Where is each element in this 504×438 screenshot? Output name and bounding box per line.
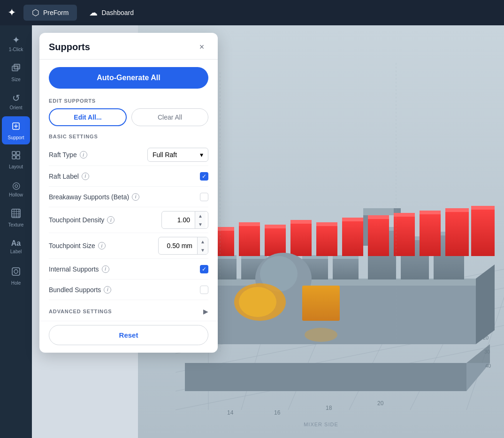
raft-label-checkbox[interactable]: ✓ (200, 172, 208, 181)
svg-rect-70 (239, 222, 260, 226)
touchpoint-density-up[interactable]: ▲ (195, 211, 206, 220)
svg-rect-80 (368, 215, 389, 219)
raft-label-label: Raft Label i (49, 173, 89, 180)
hole-icon (11, 266, 21, 279)
tab-dashboard[interactable]: ☁ Dashboard (81, 5, 142, 21)
svg-rect-7 (12, 156, 15, 159)
bundled-supports-label: Bundled Supports i (49, 286, 111, 294)
touchpoint-density-spinners: ▲ ▼ (195, 211, 206, 228)
sidebar-item-one-click[interactable]: ✦ 1-Click (2, 29, 30, 57)
svg-point-94 (305, 328, 337, 342)
sidebar-item-hollow[interactable]: ◎ Hollow (2, 174, 30, 203)
sidebar-item-size[interactable]: Size (2, 58, 30, 86)
touchpoint-size-input-wrap: ▲ ▼ (158, 237, 208, 255)
svg-rect-87 (471, 206, 495, 256)
sidebar-label-hollow: Hollow (9, 192, 23, 197)
internal-supports-checkbox[interactable]: ✓ (200, 265, 208, 273)
svg-rect-85 (445, 208, 469, 256)
edit-all-button[interactable]: Edit All... (49, 108, 127, 126)
tab-preform[interactable]: ⬡ PreForm (23, 5, 77, 21)
touchpoint-density-input[interactable] (162, 213, 195, 227)
reset-button[interactable]: Reset (49, 325, 208, 345)
internal-supports-info[interactable]: i (102, 265, 109, 273)
svg-rect-46 (204, 279, 476, 286)
clear-all-button[interactable]: Clear All (131, 108, 208, 126)
bundled-supports-info[interactable]: i (104, 286, 111, 294)
svg-point-17 (14, 270, 18, 273)
bundled-supports-checkbox[interactable] (200, 286, 208, 294)
raft-label-info[interactable]: i (82, 173, 89, 180)
svg-marker-47 (476, 264, 495, 344)
sidebar-label-texture: Texture (8, 222, 24, 227)
touchpoint-size-label: Touchpoint Size i (49, 242, 106, 249)
basic-settings-section-label: BASIC SETTINGS (49, 134, 208, 139)
chevron-down-icon: ▾ (200, 151, 203, 159)
touchpoint-density-info[interactable]: i (107, 216, 115, 224)
check-icon: ✓ (202, 173, 206, 180)
internal-supports-label: Internal Supports i (49, 265, 109, 273)
one-click-icon: ✦ (12, 34, 20, 45)
svg-rect-8 (16, 156, 20, 159)
raft-type-value: Full Raft (153, 151, 177, 159)
touchpoint-density-down[interactable]: ▼ (195, 220, 206, 228)
sidebar-label-layout: Layout (9, 164, 23, 169)
touchpoint-size-input[interactable] (159, 239, 197, 252)
label-icon: Aa (11, 239, 21, 248)
svg-rect-83 (420, 211, 441, 256)
hollow-icon: ◎ (12, 180, 20, 191)
svg-text:MIXER SIDE: MIXER SIDE (304, 422, 338, 427)
svg-text:20: 20 (483, 335, 489, 340)
sidebar-item-label[interactable]: Aa Label (2, 233, 30, 261)
size-icon (11, 63, 21, 76)
advanced-settings-row[interactable]: ADVANCED SETTINGS ▶ (49, 302, 208, 321)
orient-icon: ↺ (12, 92, 20, 104)
topnav: ✦ ⬡ PreForm ☁ Dashboard (0, 0, 504, 25)
sidebar-label-orient: Orient (9, 105, 22, 110)
layout-icon (11, 150, 21, 163)
breakaway-supports-row: Breakaway Supports (Beta) i (49, 187, 208, 207)
panel-close-button[interactable]: × (195, 40, 208, 53)
breakaway-supports-checkbox[interactable] (200, 193, 208, 201)
touchpoint-size-spinners: ▲ ▼ (197, 237, 208, 254)
sidebar-label-one-click: 1-Click (9, 47, 23, 52)
svg-rect-84 (420, 211, 441, 214)
touchpoint-size-up[interactable]: ▲ (198, 237, 208, 246)
touchpoint-size-down[interactable]: ▼ (198, 246, 208, 254)
internal-check-icon: ✓ (202, 266, 206, 272)
internal-supports-row: Internal Supports i ✓ (49, 259, 208, 279)
svg-rect-72 (265, 225, 286, 228)
panel-body: Auto-Generate All EDIT SUPPORTS Edit All… (39, 60, 218, 345)
panel-header: Supports × (39, 33, 218, 60)
sidebar-item-hole[interactable]: Hole (2, 262, 30, 290)
sidebar: ✦ 1-Click Size ↺ Orient Support Layout (0, 25, 32, 438)
touchpoint-size-info[interactable]: i (98, 242, 106, 249)
divider (39, 321, 218, 321)
svg-rect-75 (316, 222, 337, 256)
sidebar-item-texture[interactable]: Texture (2, 204, 30, 232)
preform-label: PreForm (43, 9, 69, 16)
edit-row: Edit All... Clear All (49, 108, 208, 126)
dashboard-label: Dashboard (101, 9, 134, 16)
sidebar-label-label: Label (10, 249, 22, 254)
touchpoint-density-label: Touchpoint Density i (49, 216, 115, 224)
svg-rect-71 (265, 225, 286, 256)
panel-title: Supports (49, 42, 90, 53)
sidebar-label-hole: Hole (11, 280, 21, 286)
advanced-chevron-icon: ▶ (203, 308, 208, 315)
svg-rect-6 (16, 151, 20, 155)
auto-generate-button[interactable]: Auto-Generate All (49, 67, 208, 89)
raft-type-info[interactable]: i (80, 151, 87, 159)
raft-type-dropdown[interactable]: Full Raft ▾ (147, 148, 208, 162)
sidebar-item-support[interactable]: Support (2, 116, 30, 144)
sidebar-item-layout[interactable]: Layout (2, 145, 30, 174)
raft-type-row: Raft Type i Full Raft ▾ (49, 144, 208, 166)
svg-rect-5 (12, 151, 15, 155)
breakaway-supports-info[interactable]: i (132, 193, 139, 201)
svg-text:10: 10 (481, 321, 486, 326)
svg-rect-82 (394, 213, 415, 217)
touchpoint-density-input-wrap: ▲ ▼ (161, 211, 208, 229)
svg-text:20: 20 (377, 400, 384, 407)
svg-rect-1 (14, 64, 20, 69)
texture-icon (11, 208, 21, 221)
sidebar-item-orient[interactable]: ↺ Orient (2, 87, 30, 115)
